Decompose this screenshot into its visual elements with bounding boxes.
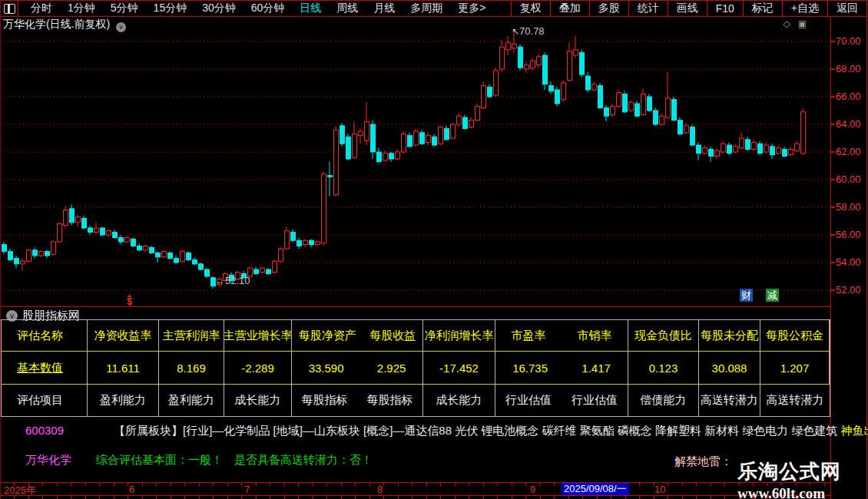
candle-body (611, 107, 615, 115)
row-label[interactable]: 基本数值 (17, 361, 63, 375)
action-button-返回[interactable]: 返回 (827, 1, 866, 16)
stock-code: 600309 (25, 424, 64, 437)
candle-body (346, 137, 351, 159)
candle-body (150, 247, 154, 253)
pane-icon[interactable]: ▣ (798, 18, 814, 29)
time-axis-tick (568, 496, 569, 499)
action-button-多股[interactable]: 多股 (589, 1, 628, 16)
period-tab-60分钟[interactable]: 60分钟 (244, 2, 293, 15)
time-axis-tick (341, 496, 342, 499)
table-cell: 成长能力 (423, 385, 495, 416)
time-axis-tick (540, 496, 541, 499)
action-button-统计[interactable]: 统计 (628, 1, 668, 16)
period-tab-5分钟[interactable]: 5分钟 (103, 2, 146, 15)
table-value: 每股指标 (367, 393, 413, 408)
period-tab-1分钟[interactable]: 1分钟 (60, 2, 103, 15)
period-tab-15分钟[interactable]: 15分钟 (146, 2, 195, 15)
candle-body (764, 145, 769, 152)
period-tab-更多>[interactable]: 更多> (450, 2, 493, 15)
candle-body (420, 133, 425, 144)
action-button-复权[interactable]: 复权 (511, 1, 550, 16)
candle-body (193, 259, 197, 263)
price-axis-label: 68.00 (836, 63, 866, 74)
candle-body (770, 147, 775, 155)
candle-body (801, 112, 806, 154)
table-cell: 偿债能力 (628, 385, 699, 416)
time-axis-tick (298, 483, 299, 486)
watermark-url: www.60lt.com (737, 485, 868, 499)
time-axis-tick (213, 483, 214, 486)
table-cell: 净利润增长率 (423, 320, 495, 352)
table-cell: 主营业增长率 (224, 320, 292, 352)
column-header: 净利润增长率 (425, 329, 494, 343)
candle-body (709, 149, 714, 156)
sector-line: 【所属板块】[行业]—化学制品 [地域]—山东板块 [概念]—通达信88 光伏 … (114, 424, 868, 438)
candle-body (408, 135, 412, 146)
candle-body (469, 121, 474, 127)
period-tab-日线[interactable]: 日线 (292, 2, 329, 15)
action-button-标记[interactable]: 标记 (743, 1, 782, 16)
time-axis-tick (256, 483, 257, 486)
action-button-画线[interactable]: 画线 (668, 1, 707, 16)
column-header: 每股未分配 (701, 329, 758, 343)
time-axis-tick (128, 496, 128, 499)
time-axis-label: 6 (129, 484, 134, 495)
diamond-icon[interactable]: ◇ (783, 18, 797, 29)
table-value: 行业估值 (571, 393, 618, 408)
window-layout-button[interactable] (0, 1, 18, 16)
chart-bottom-border (0, 306, 831, 307)
time-axis-tick (14, 483, 15, 486)
price-axis-label: 64.00 (836, 118, 866, 130)
time-axis-tick (99, 483, 100, 486)
table-cell: 成长能力 (224, 385, 292, 416)
time-axis-tick (554, 483, 555, 486)
arrow-up-left-icon: ↖ (512, 26, 519, 37)
period-tab-月线[interactable]: 月线 (366, 2, 403, 15)
candle-body (156, 253, 161, 256)
period-tab-多周期[interactable]: 多周期 (403, 2, 450, 15)
period-tab-30分钟[interactable]: 30分钟 (194, 2, 244, 15)
time-axis-tick (42, 496, 43, 499)
table-cell: 现金负债比 (628, 320, 699, 352)
candle-body (445, 128, 449, 139)
period-tab-分时[interactable]: 分时 (23, 2, 60, 15)
time-axis-tick (227, 483, 228, 486)
time-axis-tick (142, 483, 143, 486)
time-axis-tick (611, 496, 611, 499)
event-badge-减[interactable]: 减 (766, 289, 779, 302)
time-axis-tick (142, 496, 143, 499)
candle-body (414, 131, 419, 145)
time-axis-tick (114, 483, 114, 486)
action-button-叠加[interactable]: 叠加 (550, 1, 589, 16)
time-axis-tick (227, 496, 228, 499)
candle-body (371, 124, 376, 152)
time-axis-tick (28, 496, 29, 499)
period-tab-周线[interactable]: 周线 (329, 2, 366, 15)
candle-body (205, 269, 210, 276)
time-axis-tick (412, 496, 412, 499)
candle-body (777, 148, 781, 154)
event-badge-财[interactable]: 财 (740, 289, 753, 302)
candlestick-chart[interactable] (0, 31, 831, 307)
candle-body (316, 242, 320, 245)
table-cell: 高送转潜力 (699, 385, 760, 416)
time-axis-tick (241, 496, 242, 499)
time-axis-tick (639, 483, 640, 486)
time-axis-tick (440, 483, 441, 486)
candle-body (70, 209, 75, 223)
action-button-F10[interactable]: F10 (707, 1, 743, 16)
table-cell: -17.452 (423, 352, 495, 385)
time-axis-tick (469, 483, 469, 486)
dividend-marker-icon[interactable]: ▲$ (127, 292, 132, 305)
table-value: 8.169 (177, 362, 206, 375)
time-axis-tick (313, 496, 313, 499)
table-merged-cell: 33.5902.925 (292, 352, 423, 385)
time-axis-tick (383, 483, 384, 486)
time-axis-tick (440, 496, 441, 499)
candle-body (285, 231, 290, 249)
action-button-+自选[interactable]: +自选 (782, 1, 827, 16)
time-axis-tick (355, 496, 356, 499)
candle-body (303, 240, 308, 244)
price-axis-label: 58.00 (836, 201, 866, 213)
candle-body (746, 140, 750, 150)
